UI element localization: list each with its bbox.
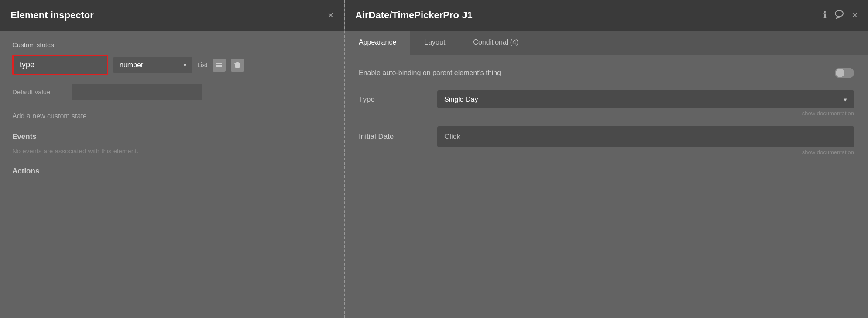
initial-date-input-wrapper [437,126,854,147]
svg-rect-2 [216,66,222,67]
tab-layout[interactable]: Layout [410,31,459,55]
tabs-bar: Appearance Layout Conditional (4) [345,31,868,55]
events-section-label: Events [12,132,332,141]
left-panel: Element inspector × Custom states number… [0,0,345,318]
initial-date-input[interactable] [437,126,854,147]
left-panel-close-icon[interactable]: × [328,10,333,21]
auto-binding-label: Enable auto-binding on parent element's … [359,69,826,77]
svg-point-6 [835,10,843,17]
custom-state-row: number text boolean date List [12,55,332,75]
type-label: Type [359,95,429,104]
initial-date-property-section: Initial Date show documentation [359,126,854,156]
trash-icon [234,62,241,69]
initial-date-row: Initial Date [359,126,854,147]
type-show-doc-link[interactable]: show documentation [359,110,854,117]
default-value-row: Default value [12,84,332,100]
list-icon [216,62,223,69]
right-panel-body: Enable auto-binding on parent element's … [345,55,868,318]
svg-rect-5 [235,64,240,68]
right-panel-header: AirDate/TimePickerPro J1 ℹ × [345,0,868,31]
tab-appearance[interactable]: Appearance [345,31,410,55]
list-toggle-button[interactable] [213,59,226,72]
delete-state-button[interactable] [231,59,244,72]
type-property-section: Type Single Day Range Multiple show docu… [359,90,854,117]
default-value-label: Default value [12,88,65,96]
list-label: List [197,61,207,69]
no-events-text: No events are associated with this eleme… [12,147,332,155]
state-type-select[interactable]: number text boolean date [113,57,192,73]
type-select-wrapper: Single Day Range Multiple [437,90,854,108]
left-panel-title: Element inspector [10,10,94,21]
initial-date-show-doc-link[interactable]: show documentation [359,149,854,156]
left-panel-header: Element inspector × [0,0,344,31]
state-name-input[interactable] [12,55,108,75]
chat-icon [834,9,844,19]
header-icons: ℹ × [823,9,858,21]
auto-binding-toggle[interactable] [835,68,854,78]
right-panel-close-icon[interactable]: × [852,10,858,21]
initial-date-label: Initial Date [359,132,429,141]
svg-rect-0 [216,63,222,64]
svg-rect-1 [216,65,222,66]
svg-rect-4 [234,63,240,64]
right-panel: AirDate/TimePickerPro J1 ℹ × Appearance … [345,0,868,318]
right-panel-title: AirDate/TimePickerPro J1 [355,10,473,21]
auto-binding-row: Enable auto-binding on parent element's … [359,68,854,78]
svg-rect-3 [236,62,239,63]
info-icon[interactable]: ℹ [823,10,827,21]
custom-states-section-label: Custom states [12,41,332,48]
left-panel-body: Custom states number text boolean date L… [0,31,344,318]
type-row: Type Single Day Range Multiple [359,90,854,108]
actions-section-label: Actions [12,167,332,176]
comment-icon[interactable] [834,9,844,21]
tab-conditional[interactable]: Conditional (4) [459,31,532,55]
default-value-input[interactable] [72,84,202,100]
type-select[interactable]: Single Day Range Multiple [437,90,854,108]
add-state-link[interactable]: Add a new custom state [12,112,332,120]
state-type-select-wrapper: number text boolean date [113,57,192,73]
